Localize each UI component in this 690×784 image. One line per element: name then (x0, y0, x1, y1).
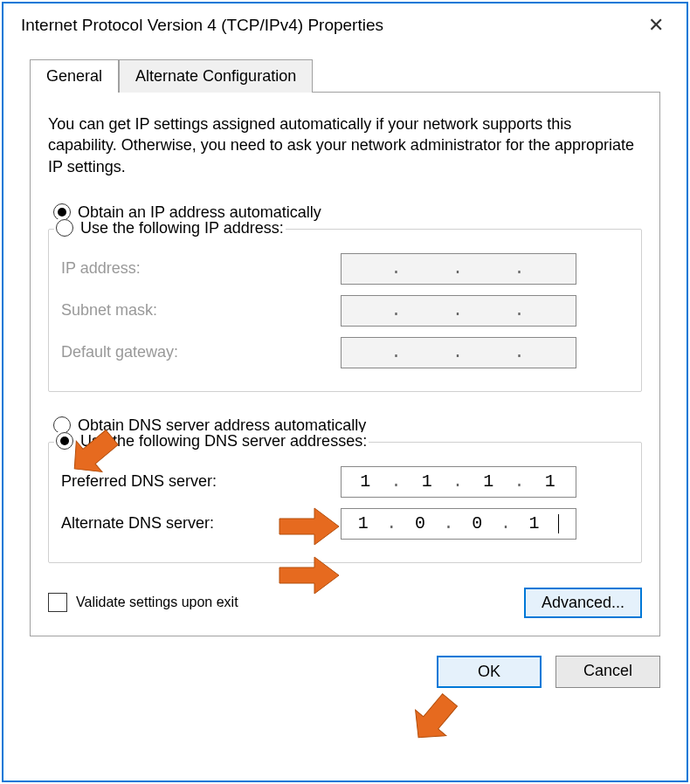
radio-use-dns-manual[interactable] (56, 432, 73, 450)
tab-panel-general: You can get IP settings assigned automat… (30, 92, 660, 636)
default-gateway-label: Default gateway: (61, 343, 341, 361)
tab-general-label: General (46, 67, 102, 85)
alt-octet-3: 0 (472, 513, 484, 533)
client-area: General Alternate Configuration You can … (3, 47, 687, 781)
window-title: Internet Protocol Version 4 (TCP/IPv4) P… (21, 16, 383, 35)
alt-octet-1: 1 (358, 513, 370, 533)
radio-use-dns-manual-label: Use the following DNS server addresses: (80, 432, 367, 450)
ip-address-label: IP address: (61, 259, 341, 278)
cancel-button[interactable]: Cancel (555, 656, 660, 688)
subnet-mask-input: . . . (341, 295, 576, 327)
ok-button-label: OK (478, 663, 500, 680)
ok-button[interactable]: OK (437, 656, 542, 688)
radio-use-ip-manual-label: Use the following IP address: (80, 219, 284, 237)
pref-octet-3: 1 (483, 471, 495, 492)
description-text: You can get IP settings assigned automat… (48, 113, 642, 177)
advanced-button-label: Advanced... (542, 594, 624, 611)
bottom-row: Validate settings upon exit Advanced... (48, 588, 642, 618)
annotation-arrow-icon (405, 690, 466, 744)
dns-group: Use the following DNS server addresses: … (48, 442, 642, 563)
default-gateway-input: . . . (341, 337, 576, 368)
preferred-dns-input[interactable]: 1. 1. 1. 1 (341, 466, 576, 498)
tab-alternate-label: Alternate Configuration (135, 67, 296, 85)
tab-alternate[interactable]: Alternate Configuration (119, 59, 313, 93)
pref-octet-1: 1 (360, 471, 372, 492)
text-caret (558, 514, 559, 533)
dialog-buttons: OK Cancel (30, 656, 660, 688)
tab-general[interactable]: General (30, 59, 119, 93)
validate-checkbox[interactable] (48, 593, 67, 612)
subnet-mask-label: Subnet mask: (61, 301, 341, 320)
close-icon[interactable]: ✕ (634, 14, 678, 37)
cancel-button-label: Cancel (583, 662, 632, 679)
validate-label: Validate settings upon exit (76, 595, 238, 610)
radio-use-ip-manual[interactable] (56, 219, 73, 237)
ip-group: Use the following IP address: IP address… (48, 229, 642, 392)
titlebar: Internet Protocol Version 4 (TCP/IPv4) P… (3, 3, 687, 47)
alternate-dns-label: Alternate DNS server: (61, 514, 341, 533)
ip-address-input: . . . (341, 253, 576, 285)
preferred-dns-label: Preferred DNS server: (61, 472, 341, 491)
properties-dialog: Internet Protocol Version 4 (TCP/IPv4) P… (2, 2, 688, 782)
alt-octet-2: 0 (415, 513, 427, 533)
alt-octet-4: 1 (529, 513, 542, 533)
advanced-button[interactable]: Advanced... (524, 588, 642, 618)
pref-octet-4: 1 (545, 471, 557, 492)
alternate-dns-input[interactable]: 1. 0. 0. 1 (341, 508, 576, 540)
tab-strip: General Alternate Configuration (30, 59, 660, 93)
pref-octet-2: 1 (422, 471, 434, 492)
